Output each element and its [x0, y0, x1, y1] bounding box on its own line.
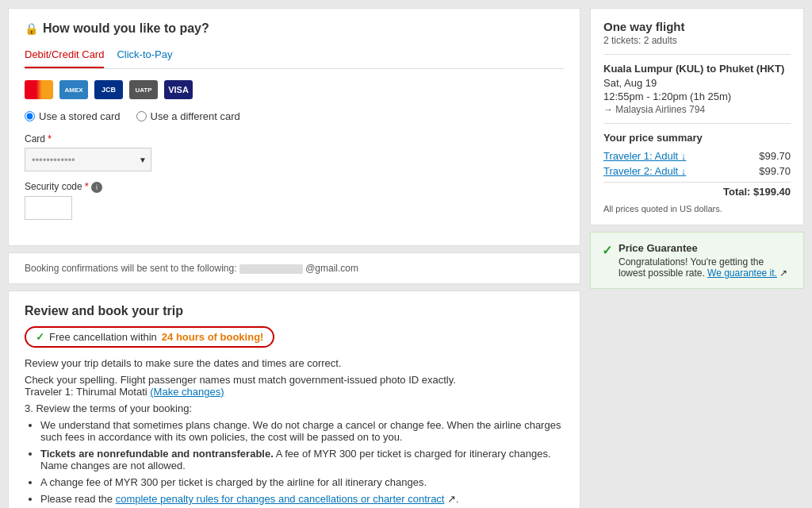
- flight-times: 12:55pm - 1:20pm (1h 25m): [603, 90, 791, 102]
- currency-note: All prices quoted in US dollars.: [603, 204, 791, 214]
- free-cancel-text: Free cancellation within: [49, 331, 157, 343]
- guarantee-link[interactable]: We guarantee it.: [707, 267, 777, 279]
- review-title: Review and book your trip: [25, 304, 564, 318]
- card-required: *: [48, 133, 52, 144]
- email-redacted: [239, 264, 303, 274]
- stored-card-input[interactable]: [25, 111, 35, 121]
- free-cancellation-banner: ✓ Free cancellation within 24 hours of b…: [25, 326, 274, 348]
- traveler-2-price-link[interactable]: Traveler 2: Adult ↓: [603, 165, 686, 177]
- traveler-1-price-link[interactable]: Traveler 1: Adult ↓: [603, 150, 686, 162]
- stored-card-radio[interactable]: Use a stored card: [25, 110, 121, 122]
- review-step-3: 3. Review the terms of your booking: We …: [25, 402, 564, 508]
- visa-icon: VISA: [164, 80, 193, 99]
- price-row-1: Traveler 1: Adult ↓ $99.70: [603, 150, 791, 162]
- guarantee-header: ✓ Price Guarantee Congratulations! You'r…: [602, 242, 792, 279]
- divider-2: [603, 123, 791, 124]
- right-sidebar: One way flight 2 tickets: 2 adults Kuala…: [590, 8, 804, 508]
- review-step-2: Check your spelling. Flight passenger na…: [25, 374, 564, 398]
- terms-list: We understand that sometimes plans chang…: [25, 419, 564, 508]
- price-guarantee-card: ✓ Price Guarantee Congratulations! You'r…: [590, 232, 804, 289]
- review-section: Review and book your trip ✓ Free cancell…: [8, 291, 580, 508]
- review-steps-list: Review your trip details to make sure th…: [25, 357, 564, 508]
- tab-click-to-pay[interactable]: Click-to-Pay: [117, 45, 172, 68]
- flight-airline: → Malaysia Airlines 794: [603, 104, 791, 115]
- payment-title: 🔒 How would you like to pay?: [25, 21, 564, 36]
- divider: [603, 54, 791, 55]
- security-code-label: Security code * i: [25, 181, 564, 193]
- bold-nonrefundable: Tickets are nonrefundable and nontransfe…: [40, 448, 274, 460]
- radio-group: Use a stored card Use a different card: [25, 110, 564, 122]
- tab-debit-credit[interactable]: Debit/Credit Card: [25, 45, 104, 68]
- uatp-icon: UATP: [129, 80, 158, 99]
- card-label: Card *: [25, 133, 564, 144]
- card-select[interactable]: ••••••••••••: [25, 148, 151, 171]
- email-section: Booking confirmations will be sent to th…: [8, 252, 580, 284]
- terms-item-2: Tickets are nonrefundable and nontransfe…: [40, 448, 564, 471]
- free-cancel-highlight: 24 hours of booking!: [162, 331, 264, 343]
- traveler-2-price: $99.70: [759, 165, 791, 177]
- different-card-input[interactable]: [136, 111, 147, 121]
- traveler-1-price: $99.70: [759, 150, 791, 162]
- jcb-icon: JCB: [94, 80, 123, 99]
- make-changes-link[interactable]: (Make changes): [150, 386, 224, 398]
- flight-date: Sat, Aug 19: [603, 77, 791, 89]
- penalty-rules-link[interactable]: complete penalty rules for changes and c…: [116, 493, 445, 505]
- total-row: Total: $199.40: [603, 182, 791, 198]
- terms-item-1: We understand that sometimes plans chang…: [40, 419, 564, 443]
- card-icons: AMEX JCB UATP VISA: [25, 80, 564, 99]
- price-row-2: Traveler 2: Adult ↓ $99.70: [603, 165, 791, 177]
- email-confirmation-text: Booking confirmations will be sent to th…: [25, 263, 236, 274]
- security-code-group: Security code * i: [25, 181, 564, 220]
- card-select-wrapper: •••••••••••• ▼: [25, 148, 151, 171]
- card-field-group: Card * •••••••••••• ▼: [25, 133, 564, 171]
- terms-item-4: Please read the complete penalty rules f…: [40, 493, 564, 505]
- traveler-name: Traveler 1: Thirumal Motati (Make change…: [25, 386, 224, 398]
- payment-section: 🔒 How would you like to pay? Debit/Credi…: [8, 8, 580, 246]
- main-content: 🔒 How would you like to pay? Debit/Credi…: [8, 8, 580, 508]
- flight-summary-title: One way flight: [603, 20, 791, 33]
- payment-tabs: Debit/Credit Card Click-to-Pay: [25, 45, 564, 69]
- check-icon: ✓: [36, 331, 44, 343]
- email-suffix: @gmail.com: [305, 263, 358, 274]
- flight-summary-subtitle: 2 tickets: 2 adults: [603, 35, 791, 46]
- different-card-radio[interactable]: Use a different card: [136, 110, 240, 122]
- security-code-input[interactable]: [25, 196, 72, 220]
- flight-route: Kuala Lumpur (KUL) to Phuket (HKT): [603, 63, 791, 75]
- flight-summary-card: One way flight 2 tickets: 2 adults Kuala…: [590, 8, 804, 225]
- price-summary-title: Your price summary: [603, 132, 791, 144]
- guarantee-title: Price Guarantee: [619, 242, 792, 254]
- amex-icon: AMEX: [59, 80, 88, 99]
- guarantee-content: Price Guarantee Congratulations! You're …: [619, 242, 792, 279]
- review-step-1: Review your trip details to make sure th…: [25, 357, 564, 369]
- guarantee-text: Congratulations! You're getting the lowe…: [619, 256, 792, 279]
- info-icon[interactable]: i: [91, 182, 102, 193]
- lock-icon: 🔒: [25, 22, 38, 35]
- terms-item-3: A change fee of MYR 300 per ticket is ch…: [40, 476, 564, 488]
- guarantee-check-icon: ✓: [602, 243, 612, 258]
- mastercard-icon: [25, 80, 53, 99]
